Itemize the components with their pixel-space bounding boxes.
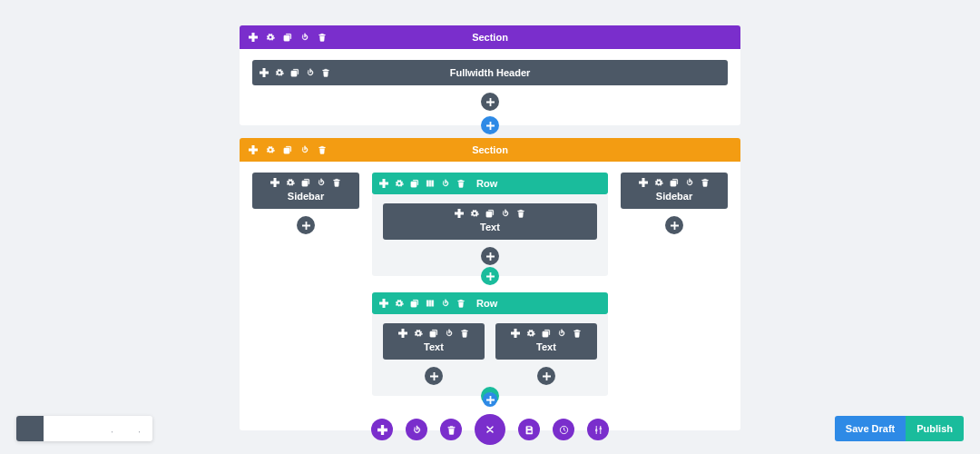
column-right: Sidebar <box>621 173 728 405</box>
column-b: Text <box>495 323 597 385</box>
add-module-button[interactable] <box>537 367 555 385</box>
add-module-button[interactable] <box>481 247 499 265</box>
columns-icon[interactable] <box>426 299 435 308</box>
duplicate-icon[interactable] <box>410 299 419 308</box>
gear-icon[interactable] <box>395 299 404 308</box>
add-row-button[interactable] <box>481 267 499 285</box>
module-label: Text <box>495 338 597 360</box>
trash-icon[interactable] <box>456 179 466 188</box>
power-button[interactable] <box>406 419 427 440</box>
add-page-button[interactable] <box>371 419 393 440</box>
trash-icon[interactable] <box>460 329 469 338</box>
add-module-button[interactable] <box>481 93 499 111</box>
gear-icon[interactable] <box>275 68 284 77</box>
duplicate-icon[interactable] <box>670 178 679 187</box>
gear-icon[interactable] <box>286 178 295 187</box>
trash-icon[interactable] <box>318 33 327 42</box>
gear-icon[interactable] <box>395 179 404 188</box>
publish-label: Publish <box>916 423 953 434</box>
settings-button[interactable] <box>587 419 609 440</box>
add-section-button[interactable] <box>483 392 497 407</box>
module-sidebar-left[interactable]: Sidebar <box>252 173 359 209</box>
row-2: Row <box>372 292 608 396</box>
phone-view-button[interactable] <box>125 416 152 441</box>
power-icon[interactable] <box>300 33 309 42</box>
save-draft-label: Save Draft <box>846 423 895 434</box>
power-icon[interactable] <box>501 209 510 218</box>
trash-icon[interactable] <box>573 329 582 338</box>
add-icon[interactable] <box>455 209 464 218</box>
trash-icon[interactable] <box>701 178 710 187</box>
wireframe-view-button[interactable] <box>16 416 44 441</box>
add-module-button[interactable] <box>297 216 315 234</box>
add-icon[interactable] <box>270 178 279 187</box>
add-icon[interactable] <box>379 299 388 308</box>
row-1: Row Text <box>372 173 608 276</box>
section-bar[interactable]: Section <box>240 25 740 49</box>
trash-icon[interactable] <box>456 299 466 308</box>
power-icon[interactable] <box>441 179 450 188</box>
row-label: Row <box>476 298 497 309</box>
power-icon[interactable] <box>306 68 315 77</box>
close-builder-button[interactable] <box>475 414 505 445</box>
save-draft-button[interactable]: Save Draft <box>835 416 906 441</box>
module-text[interactable]: Text <box>383 323 485 360</box>
module-text[interactable]: Text <box>383 203 597 240</box>
row-bar[interactable]: Row <box>372 173 608 194</box>
gear-icon[interactable] <box>526 329 535 338</box>
add-icon[interactable] <box>639 178 648 187</box>
add-icon[interactable] <box>260 68 269 77</box>
gear-icon[interactable] <box>654 178 663 187</box>
gear-icon[interactable] <box>266 145 275 154</box>
publish-button[interactable]: Publish <box>906 416 964 441</box>
module-sidebar-right[interactable]: Sidebar <box>621 173 728 209</box>
save-button[interactable] <box>518 419 540 440</box>
columns-icon[interactable] <box>426 179 435 188</box>
power-icon[interactable] <box>441 299 450 308</box>
row-bar[interactable]: Row <box>372 292 608 314</box>
duplicate-icon[interactable] <box>542 329 551 338</box>
duplicate-icon[interactable] <box>283 145 292 154</box>
desktop-view-button[interactable] <box>71 416 98 441</box>
trash-icon[interactable] <box>321 68 330 77</box>
section-orange: Section Sidebar <box>240 138 740 430</box>
history-button[interactable] <box>553 419 574 440</box>
module-text[interactable]: Text <box>495 323 597 360</box>
row-body: Text <box>372 194 608 276</box>
trash-icon[interactable] <box>332 178 341 187</box>
power-icon[interactable] <box>557 329 566 338</box>
trash-icon[interactable] <box>516 209 525 218</box>
gear-icon[interactable] <box>266 33 275 42</box>
section-bar[interactable]: Section <box>240 138 740 162</box>
publish-bar: Save Draft Publish <box>835 416 964 441</box>
add-module-button[interactable] <box>665 216 683 234</box>
trash-button[interactable] <box>440 419 462 440</box>
view-mode-bar <box>16 416 152 441</box>
add-icon[interactable] <box>511 329 520 338</box>
add-section-button[interactable] <box>481 116 499 134</box>
module-label: Text <box>383 338 485 360</box>
gear-icon[interactable] <box>414 329 423 338</box>
power-icon[interactable] <box>685 178 694 187</box>
gear-icon[interactable] <box>470 209 479 218</box>
power-icon[interactable] <box>300 145 309 154</box>
column-center: Row Text <box>372 173 608 405</box>
power-icon[interactable] <box>317 178 326 187</box>
duplicate-icon[interactable] <box>290 68 299 77</box>
module-label: Sidebar <box>621 187 728 209</box>
trash-icon[interactable] <box>318 145 327 154</box>
duplicate-icon[interactable] <box>283 33 292 42</box>
duplicate-icon[interactable] <box>429 329 438 338</box>
duplicate-icon[interactable] <box>485 209 495 218</box>
add-icon[interactable] <box>249 33 258 42</box>
duplicate-icon[interactable] <box>301 178 310 187</box>
add-icon[interactable] <box>379 179 388 188</box>
add-module-button[interactable] <box>425 367 443 385</box>
zoom-button[interactable] <box>44 416 71 441</box>
add-icon[interactable] <box>249 145 258 154</box>
tablet-view-button[interactable] <box>98 416 125 441</box>
add-icon[interactable] <box>398 329 407 338</box>
duplicate-icon[interactable] <box>410 179 419 188</box>
module-fullwidth-header[interactable]: Fullwidth Header <box>252 60 728 85</box>
power-icon[interactable] <box>445 329 454 338</box>
